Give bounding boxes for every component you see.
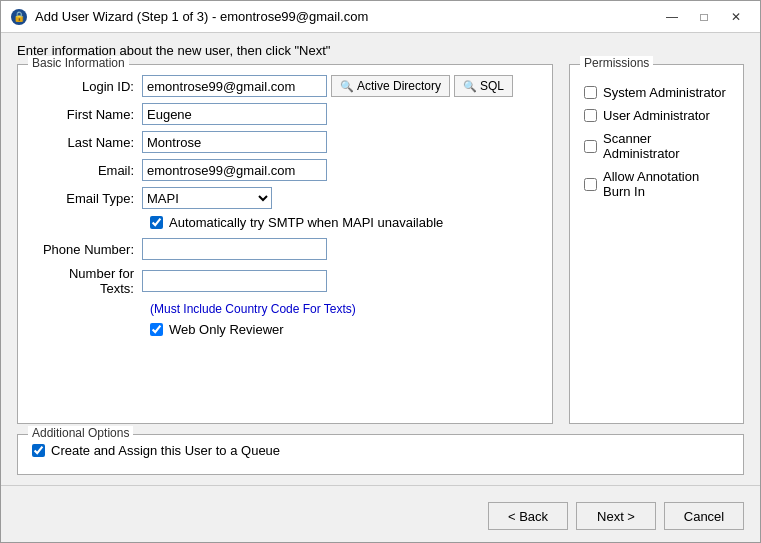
perm-label-sysadmin: System Administrator (603, 85, 726, 100)
web-only-row: Web Only Reviewer (150, 322, 538, 337)
window-title: Add User Wizard (Step 1 of 3) - emontros… (35, 9, 368, 24)
phone-input[interactable] (142, 238, 327, 260)
perm-item-burnin: Allow Annotation Burn In (584, 169, 729, 199)
last-name-input[interactable] (142, 131, 327, 153)
email-input[interactable] (142, 159, 327, 181)
search-icon-sql: 🔍 (463, 80, 477, 93)
permissions-panel: Permissions System Administrator User Ad… (569, 64, 744, 424)
must-include-text: (Must Include Country Code For Texts) (150, 302, 538, 316)
assign-queue-checkbox[interactable] (32, 444, 45, 457)
last-name-label: Last Name: (32, 135, 142, 150)
first-name-row: First Name: (32, 103, 538, 125)
perm-checkbox-sysadmin[interactable] (584, 86, 597, 99)
email-type-label: Email Type: (32, 191, 142, 206)
perm-checkbox-useradmin[interactable] (584, 109, 597, 122)
email-row: Email: (32, 159, 538, 181)
active-directory-button[interactable]: 🔍 Active Directory (331, 75, 450, 97)
first-name-input[interactable] (142, 103, 327, 125)
basic-info-title: Basic Information (28, 56, 129, 70)
perm-checkbox-burnin[interactable] (584, 178, 597, 191)
login-id-row: Login ID: 🔍 Active Directory 🔍 SQL (32, 75, 538, 97)
perm-label-scanneradmin: Scanner Administrator (603, 131, 729, 161)
basic-info-panel: Basic Information Login ID: 🔍 Active Dir… (17, 64, 553, 424)
sql-button[interactable]: 🔍 SQL (454, 75, 513, 97)
back-button[interactable]: < Back (488, 502, 568, 530)
additional-options-panel: Additional Options Create and Assign thi… (17, 434, 744, 475)
main-row: Basic Information Login ID: 🔍 Active Dir… (17, 64, 744, 424)
sql-label: SQL (480, 79, 504, 93)
email-type-select[interactable]: MAPI SMTP None (142, 187, 272, 209)
minimize-button[interactable]: — (658, 6, 686, 28)
perm-label-burnin: Allow Annotation Burn In (603, 169, 729, 199)
web-only-checkbox[interactable] (150, 323, 163, 336)
login-id-label: Login ID: (32, 79, 142, 94)
title-bar-left: 🔒 Add User Wizard (Step 1 of 3) - emontr… (11, 9, 368, 25)
smtp-checkbox-label: Automatically try SMTP when MAPI unavail… (169, 215, 443, 230)
perm-checkbox-scanneradmin[interactable] (584, 140, 597, 153)
perm-item-useradmin: User Administrator (584, 108, 729, 123)
perm-item-scanneradmin: Scanner Administrator (584, 131, 729, 161)
smtp-checkbox[interactable] (150, 216, 163, 229)
permissions-list: System Administrator User Administrator … (584, 85, 729, 199)
search-icon-ad: 🔍 (340, 80, 354, 93)
additional-options-title: Additional Options (28, 426, 133, 440)
title-controls: — □ ✕ (658, 6, 750, 28)
content-area: Basic Information Login ID: 🔍 Active Dir… (1, 64, 760, 485)
cancel-button[interactable]: Cancel (664, 502, 744, 530)
perm-item-sysadmin: System Administrator (584, 85, 729, 100)
permissions-title: Permissions (580, 56, 653, 70)
texts-input[interactable] (142, 270, 327, 292)
app-icon: 🔒 (11, 9, 27, 25)
web-only-label: Web Only Reviewer (169, 322, 284, 337)
texts-label: Number for Texts: (32, 266, 142, 296)
email-label: Email: (32, 163, 142, 178)
login-id-inputs: 🔍 Active Directory 🔍 SQL (142, 75, 513, 97)
first-name-label: First Name: (32, 107, 142, 122)
maximize-button[interactable]: □ (690, 6, 718, 28)
texts-row: Number for Texts: (32, 266, 538, 296)
phone-row: Phone Number: (32, 238, 538, 260)
footer-divider (1, 485, 760, 486)
next-button[interactable]: Next > (576, 502, 656, 530)
login-id-input[interactable] (142, 75, 327, 97)
title-bar: 🔒 Add User Wizard (Step 1 of 3) - emontr… (1, 1, 760, 33)
close-button[interactable]: ✕ (722, 6, 750, 28)
phone-label: Phone Number: (32, 242, 142, 257)
perm-label-useradmin: User Administrator (603, 108, 710, 123)
smtp-checkbox-row: Automatically try SMTP when MAPI unavail… (150, 215, 538, 230)
last-name-row: Last Name: (32, 131, 538, 153)
main-window: 🔒 Add User Wizard (Step 1 of 3) - emontr… (0, 0, 761, 543)
assign-queue-label: Create and Assign this User to a Queue (51, 443, 280, 458)
active-directory-label: Active Directory (357, 79, 441, 93)
assign-queue-row: Create and Assign this User to a Queue (32, 443, 729, 458)
footer: < Back Next > Cancel (1, 494, 760, 542)
email-type-row: Email Type: MAPI SMTP None (32, 187, 538, 209)
